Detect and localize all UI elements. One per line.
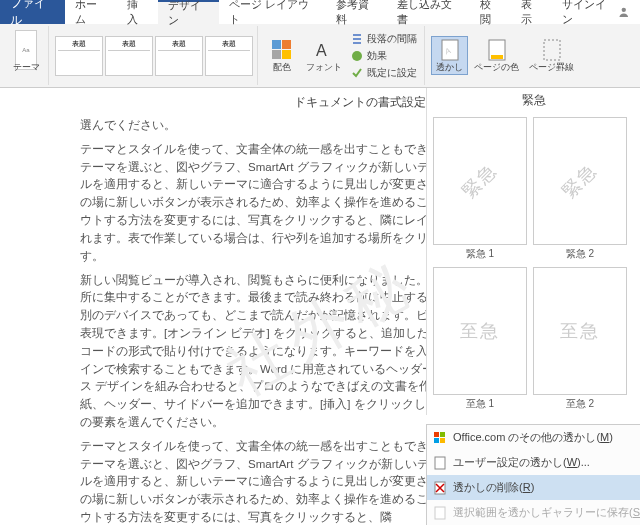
watermark-option-label: 至急 2	[566, 397, 594, 411]
colors-icon	[271, 39, 293, 61]
svg-rect-15	[440, 438, 445, 443]
group-formatting-extra: 配色 A フォント 段落の間隔 効果 既定に設定	[260, 26, 425, 85]
svg-rect-18	[435, 507, 445, 519]
gallery-section-title: 緊急	[427, 88, 640, 113]
group-page-background: A 透かし ページの色 ページ罫線	[427, 26, 582, 85]
tab-references[interactable]: 参考資料	[326, 0, 388, 24]
svg-rect-11	[544, 40, 560, 60]
svg-rect-1	[272, 40, 281, 49]
effects-icon	[351, 50, 363, 62]
ribbon-tabs: ファイル ホーム 挿入 デザイン ページ レイアウト 参考資料 差し込み文書 校…	[0, 0, 552, 24]
menu-more-office[interactable]: Office.com のその他の透かし(M)	[427, 425, 640, 450]
style-gallery[interactable]: 表題 表題 表題 表題	[55, 36, 253, 76]
watermark-option-label: 緊急 2	[566, 247, 594, 261]
svg-rect-2	[282, 40, 291, 49]
watermark-icon: A	[439, 39, 461, 61]
style-item[interactable]: 表題	[205, 36, 253, 76]
group-doc-formatting: 表題 表題 表題 表題	[51, 26, 258, 85]
tab-design[interactable]: デザイン	[158, 0, 220, 24]
watermark-option[interactable]: 至急	[433, 267, 527, 395]
watermark-button[interactable]: A 透かし	[431, 36, 468, 76]
sign-in-label: サインイン	[562, 0, 615, 27]
watermark-option[interactable]: 至急	[533, 267, 627, 395]
watermark-label: 透かし	[436, 63, 463, 73]
tab-file[interactable]: ファイル	[0, 0, 65, 24]
watermark-gallery-panel: 緊急 緊急 緊急 1 緊急 緊急 2 至急 至急 1 至急 至急 2	[426, 88, 640, 415]
page-color-label: ページの色	[474, 63, 519, 73]
watermark-option[interactable]: 緊急	[433, 117, 527, 245]
fonts-icon: A	[313, 39, 335, 61]
svg-rect-10	[491, 55, 503, 59]
fonts-label: フォント	[306, 63, 342, 73]
page-color-icon	[486, 39, 508, 61]
page-borders-icon	[541, 39, 563, 61]
watermark-option-label: 緊急 1	[466, 247, 494, 261]
office-icon	[433, 431, 447, 445]
svg-rect-16	[435, 457, 445, 469]
menu-save-to-gallery: 選択範囲を透かしギャラリーに保存(S)...	[427, 500, 640, 525]
set-default-button[interactable]: 既定に設定	[348, 65, 420, 81]
tab-mailings[interactable]: 差し込み文書	[387, 0, 470, 24]
set-default-icon	[351, 67, 363, 79]
watermark-grid: 緊急 緊急 1 緊急 緊急 2 至急 至急 1 至急 至急 2	[427, 113, 640, 415]
tab-home[interactable]: ホーム	[65, 0, 116, 24]
tab-page-layout[interactable]: ページ レイアウト	[219, 0, 325, 24]
svg-point-6	[352, 51, 362, 61]
svg-point-0	[622, 8, 626, 12]
page-color-button[interactable]: ページの色	[470, 37, 523, 75]
tab-insert[interactable]: 挿入	[117, 0, 158, 24]
style-item[interactable]: 表題	[105, 36, 153, 76]
page-borders-button[interactable]: ページ罫線	[525, 37, 578, 75]
colors-label: 配色	[273, 63, 291, 73]
svg-rect-12	[434, 432, 439, 437]
fonts-button[interactable]: A フォント	[302, 37, 346, 75]
page-borders-label: ページ罫線	[529, 63, 574, 73]
themes-button[interactable]: Aa テーマ	[8, 37, 44, 75]
title-bar: ファイル ホーム 挿入 デザイン ページ レイアウト 参考資料 差し込み文書 校…	[0, 0, 640, 24]
menu-custom-watermark[interactable]: ユーザー設定の透かし(W)...	[427, 450, 640, 475]
save-gallery-icon	[433, 506, 447, 520]
colors-button[interactable]: 配色	[264, 37, 300, 75]
svg-rect-13	[440, 432, 445, 437]
menu-remove-watermark[interactable]: 透かしの削除(R)	[427, 475, 640, 500]
user-icon	[618, 6, 630, 18]
watermark-option[interactable]: 緊急	[533, 117, 627, 245]
themes-icon: Aa	[15, 39, 37, 61]
remove-watermark-icon	[433, 481, 447, 495]
paragraph-spacing-icon	[351, 33, 363, 45]
ribbon: Aa テーマ 表題 表題 表題 表題 配色 A フォント	[0, 24, 640, 88]
custom-watermark-icon	[433, 456, 447, 470]
group-themes: Aa テーマ	[4, 26, 49, 85]
svg-rect-3	[272, 50, 281, 59]
style-item[interactable]: 表題	[55, 36, 103, 76]
svg-rect-14	[434, 438, 439, 443]
tab-review[interactable]: 校閲	[470, 0, 511, 24]
paragraph-spacing-button[interactable]: 段落の間隔	[348, 31, 420, 47]
svg-text:A: A	[316, 42, 327, 59]
tab-view[interactable]: 表示	[511, 0, 552, 24]
svg-rect-4	[282, 50, 291, 59]
watermark-option-label: 至急 1	[466, 397, 494, 411]
style-item[interactable]: 表題	[155, 36, 203, 76]
effects-button[interactable]: 効果	[348, 48, 420, 64]
watermark-menu: Office.com のその他の透かし(M) ユーザー設定の透かし(W)... …	[426, 424, 640, 525]
sign-in-link[interactable]: サインイン	[552, 0, 640, 24]
themes-label: テーマ	[13, 63, 40, 73]
